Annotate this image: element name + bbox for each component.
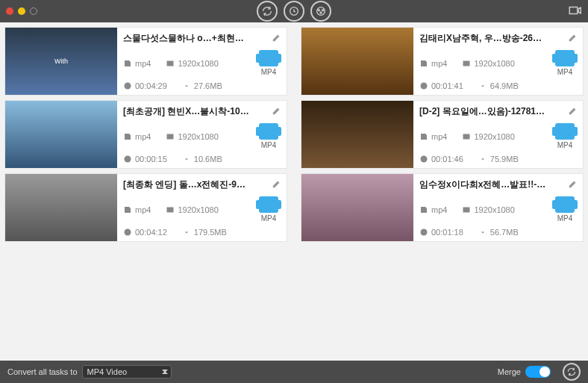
svg-point-16 [125,229,131,236]
edit-icon[interactable] [272,32,282,45]
download-icon [182,155,191,164]
edit-icon[interactable] [568,32,578,45]
thumbnail [5,174,117,241]
thumbnail [301,174,413,241]
svg-point-2 [318,10,319,11]
edit-icon[interactable] [272,178,282,191]
download-icon [182,81,191,90]
task-title: [최종화 엔딩] 돌…x전혜진-9285809 [123,178,250,191]
maximize-window[interactable] [30,7,37,15]
svg-point-14 [421,156,428,163]
task-title: [최초공개] 현빈X…불시착-10588484 [123,105,250,118]
svg-marker-6 [578,7,581,13]
svg-rect-5 [569,7,578,14]
mode-tabs [257,0,331,22]
merge-label: Merge [498,367,521,376]
clock-icon [419,81,428,90]
svg-point-10 [421,83,428,90]
svg-rect-13 [463,134,470,139]
thumbnail: With [5,28,117,95]
close-window[interactable] [6,7,13,15]
task-grid: With 스물다섯스물하나 o…+최현욱+이주명) mp4 1920x1080 … [0,22,588,361]
resolution-icon [166,132,175,141]
clock-icon [123,81,132,90]
svg-rect-11 [167,134,174,139]
output-format-button[interactable]: MP4 [551,123,578,149]
svg-rect-7 [167,60,174,66]
svg-point-18 [421,229,428,236]
clock-icon [123,228,132,237]
format-icon [123,205,132,214]
task-title: [D-2] 목요일에…있음)-12781327 [419,105,546,118]
svg-point-4 [320,12,322,13]
download-icon [478,81,487,90]
thumbnail [301,28,413,95]
svg-point-8 [125,83,131,90]
output-format-button[interactable]: MP4 [551,196,578,222]
svg-point-1 [317,7,325,16]
task-card[interactable]: [D-2] 목요일에…있음)-12781327 mp4 1920x1080 00… [301,100,584,169]
task-card[interactable]: 임수정x이다희x전혜…발표!!-9285430 mp4 1920x1080 00… [301,173,584,242]
output-format-button[interactable]: MP4 [255,196,282,222]
titlebar [0,0,588,22]
resolution-icon [462,205,471,214]
download-tab[interactable] [284,1,304,22]
output-format-select[interactable]: MP4 Video [82,365,172,379]
svg-point-3 [322,10,324,11]
media-tab[interactable] [310,1,331,22]
svg-rect-15 [167,207,174,212]
convert-all-label: Convert all tasks to [7,367,78,376]
format-icon [419,205,428,214]
download-icon [182,228,191,237]
task-card[interactable]: 김태리X남주혁, 우…방송-26015147 mp4 1920x1080 00:… [301,27,584,96]
svg-rect-9 [463,60,470,66]
format-icon [419,59,428,68]
thumbnail [5,101,117,168]
resolution-icon [166,59,175,68]
thumbnail [301,101,413,168]
format-icon [419,132,428,141]
merge-toggle[interactable] [525,366,551,378]
library-icon[interactable] [567,4,582,19]
task-card[interactable]: With 스물다섯스물하나 o…+최현욱+이주명) mp4 1920x1080 … [4,27,287,96]
output-format-button[interactable]: MP4 [255,123,282,149]
output-format-button[interactable]: MP4 [551,50,578,76]
window-controls [0,7,37,15]
task-card[interactable]: [최초공개] 현빈X…불시착-10588484 mp4 1920x1080 00… [4,100,287,169]
task-title: 스물다섯스물하나 o…+최현욱+이주명) [123,32,250,45]
resolution-icon [462,59,471,68]
edit-icon[interactable] [568,105,578,118]
minimize-window[interactable] [18,7,25,15]
clock-icon [419,155,428,164]
convert-tab[interactable] [257,1,278,22]
edit-icon[interactable] [272,105,282,118]
format-icon [123,132,132,141]
clock-icon [419,228,428,237]
svg-rect-17 [463,207,470,212]
footer: Convert all tasks to MP4 Video Merge [0,361,588,383]
download-icon [478,155,487,164]
task-title: 김태리X남주혁, 우…방송-26015147 [419,32,546,45]
task-card[interactable]: [최종화 엔딩] 돌…x전혜진-9285809 mp4 1920x1080 00… [4,173,287,242]
format-icon [123,59,132,68]
svg-point-12 [125,156,131,163]
clock-icon [123,155,132,164]
task-title: 임수정x이다희x전혜…발표!!-9285430 [419,178,546,191]
convert-all-button[interactable] [563,363,581,381]
edit-icon[interactable] [568,178,578,191]
resolution-icon [462,132,471,141]
download-icon [478,228,487,237]
resolution-icon [166,205,175,214]
output-format-button[interactable]: MP4 [255,50,282,76]
